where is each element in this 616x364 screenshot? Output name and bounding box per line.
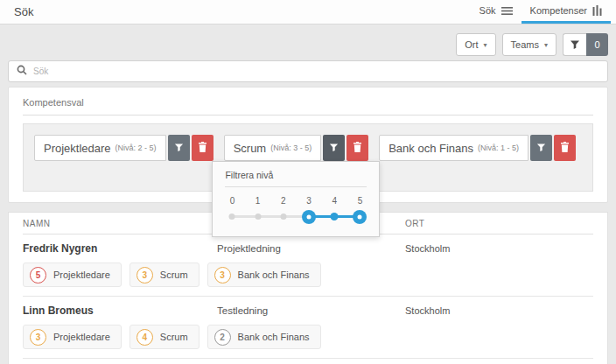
search-input[interactable]	[33, 66, 599, 76]
skill-label: Projektledare	[53, 270, 110, 280]
menu-icon	[501, 6, 513, 16]
chevron-down-icon: ▾	[484, 41, 487, 49]
competence-tag-text: Bank och Finans (Nivå: 1 - 5)	[379, 135, 528, 161]
kompetensval-card: Kompetensval Projektledare (Nivå: 2 - 5)…	[8, 87, 608, 203]
slider-handle-max[interactable]	[353, 210, 367, 224]
person-name: Linn Bromeus	[23, 304, 217, 317]
toolbar: Ort ▾ Teams ▾ 0	[8, 33, 608, 56]
trash-icon	[198, 142, 207, 155]
ort-dropdown[interactable]: Ort ▾	[456, 33, 495, 56]
nav-item-label: Sök	[480, 5, 496, 16]
kompetensval-title: Kompetensval	[23, 97, 593, 116]
skill-badge: 3 Scrum	[130, 262, 200, 287]
skill-label: Scrum	[160, 332, 188, 342]
skill-level: 3	[214, 267, 231, 284]
person-role: Testledning	[217, 305, 405, 316]
person-ort: Stockholm	[405, 305, 593, 316]
page-title: Sök	[0, 0, 47, 24]
funnel-icon	[563, 33, 586, 56]
nav-item-kompetenser[interactable]: Kompetenser	[522, 0, 611, 24]
skill-level: 2	[214, 329, 231, 346]
trash-icon	[353, 142, 362, 155]
slider-step-dot	[331, 213, 339, 220]
slider-track	[232, 208, 360, 224]
column-header-namn: NAMN	[23, 219, 217, 228]
skill-label: Bank och Finans	[238, 332, 310, 342]
skill-level: 3	[136, 267, 153, 284]
skill-badge: 5 Projektledare	[23, 262, 122, 287]
teams-dropdown[interactable]: Teams ▾	[502, 33, 556, 56]
skill-label: Bank och Finans	[238, 270, 310, 280]
skill-label: Scrum	[160, 270, 188, 280]
competence-tag-scrum: Scrum (Nivå: 3 - 5) Filtrera nivå 0 1 2 …	[224, 135, 369, 161]
skill-badges: 3 Projektledare 4 Scrum 2 Bank och Finan…	[23, 325, 593, 349]
search-bar	[8, 60, 608, 82]
teams-dropdown-label: Teams	[511, 39, 539, 50]
filter-count-badge: 0	[586, 33, 608, 56]
tag-delete-button[interactable]	[346, 135, 368, 161]
table-row[interactable]: Linn Bromeus Testledning Stockholm 3 Pro…	[23, 297, 593, 359]
tag-filter-button[interactable]	[530, 135, 552, 161]
skill-badge: 4 Scrum	[130, 325, 200, 349]
slider-tick-dot	[229, 214, 235, 220]
person-ort: Stockholm	[405, 243, 593, 254]
slider-tick-dot	[255, 214, 261, 220]
level-range-slider[interactable]: 0 1 2 3 4 5	[232, 196, 360, 226]
slider-handle-min[interactable]	[302, 210, 316, 224]
table-row[interactable]: Fredrik Nygren Projektledning Stockholm …	[23, 234, 593, 297]
funnel-icon	[329, 142, 339, 155]
funnel-icon	[536, 142, 546, 155]
tag-delete-button[interactable]	[554, 135, 576, 161]
popover-title: Filtrera nivå	[225, 170, 367, 187]
competence-tag-text: Scrum (Nivå: 3 - 5)	[224, 135, 322, 161]
ort-dropdown-label: Ort	[465, 39, 478, 50]
filter-toggle-button[interactable]: 0	[563, 33, 608, 56]
competence-tag-bank-och-finans: Bank och Finans (Nivå: 1 - 5)	[379, 135, 576, 161]
search-icon	[17, 65, 27, 78]
table-row[interactable]: Sara Lintzell Projektledning Stockholm 5…	[23, 359, 593, 364]
nav-item-sok[interactable]: Sök	[471, 0, 522, 24]
skill-level: 3	[30, 329, 46, 346]
tag-filter-button[interactable]	[168, 135, 190, 161]
nav-item-label: Kompetenser	[530, 5, 587, 16]
levels-icon	[592, 5, 602, 16]
skill-level: 4	[136, 329, 153, 346]
chevron-down-icon: ▾	[544, 41, 548, 49]
skill-badge: 3 Bank och Finans	[207, 262, 321, 287]
app-header: Sök Sök Kompetenser	[0, 0, 616, 24]
trash-icon	[560, 142, 570, 155]
column-header-ort: ORT	[405, 219, 593, 228]
skill-label: Projektledare	[53, 332, 110, 342]
level-filter-popover: Filtrera nivå 0 1 2 3 4 5	[212, 161, 380, 237]
competence-tag-text: Projektledare (Nivå: 2 - 5)	[34, 135, 166, 161]
selected-competences-panel: Projektledare (Nivå: 2 - 5) Scrum (Nivå:…	[23, 123, 593, 192]
person-name: Fredrik Nygren	[23, 242, 217, 255]
skill-badge: 3 Projektledare	[23, 325, 122, 349]
competence-tag-projektledare: Projektledare (Nivå: 2 - 5)	[34, 135, 214, 161]
skill-level: 5	[30, 267, 46, 284]
tag-filter-button[interactable]	[323, 135, 345, 161]
person-role: Projektledning	[217, 243, 405, 254]
slider-tick-labels: 0 1 2 3 4 5	[232, 196, 360, 208]
skill-badge: 2 Bank och Finans	[207, 325, 321, 349]
slider-tick-dot	[280, 214, 286, 220]
skill-badges: 5 Projektledare 3 Scrum 3 Bank och Finan…	[23, 262, 593, 287]
tag-delete-button[interactable]	[192, 135, 214, 161]
funnel-icon	[174, 142, 184, 155]
top-nav: Sök Kompetenser	[471, 0, 616, 24]
